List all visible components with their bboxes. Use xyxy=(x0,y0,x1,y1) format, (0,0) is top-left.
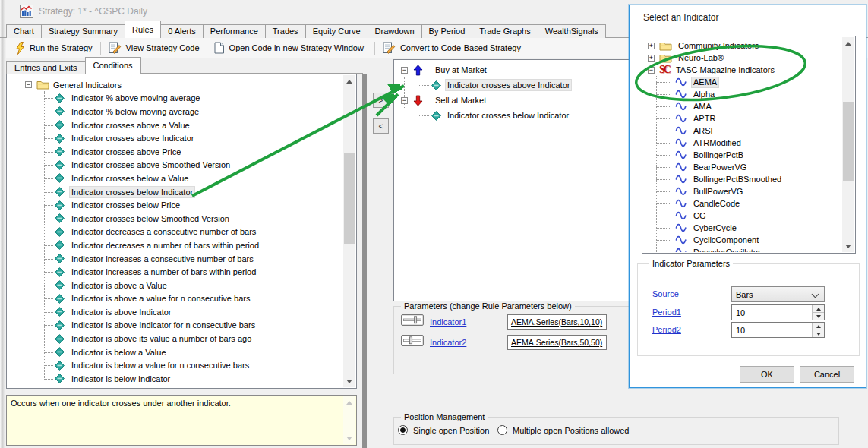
indicator-tree-item[interactable]: SC Neuro-Lab® xyxy=(643,52,842,64)
indicator-tree-item[interactable]: SC CyclicComponent xyxy=(643,234,842,246)
condition-tree-item[interactable]: Indicator is above Indicator xyxy=(8,305,343,319)
indicator-tree-item[interactable]: SC BearPowerVG xyxy=(643,161,842,173)
condition-tree-item[interactable]: Indicator crosses below Smoothed Version xyxy=(8,212,343,226)
scroll-down-button[interactable] xyxy=(842,240,854,252)
indicator-tree-item[interactable]: SC AEMA xyxy=(643,76,842,88)
scrollbar-thumb[interactable] xyxy=(843,102,854,181)
indicator-tree-item[interactable]: SC ATRModified xyxy=(643,137,842,149)
scroll-up-button[interactable] xyxy=(842,37,854,49)
condition-tree-item[interactable]: Indicator increases a consecutive number… xyxy=(8,252,343,266)
condition-tree-item[interactable]: Indicator decreases a consecutive number… xyxy=(8,226,343,239)
condition-tree-item[interactable]: Indicator crosses above a Value xyxy=(8,118,343,132)
panel-splitter[interactable] xyxy=(362,74,367,448)
scroll-up-button[interactable] xyxy=(343,75,355,87)
indicator-tree-item[interactable]: SC AMA xyxy=(643,100,842,112)
spin-up-button[interactable] xyxy=(813,305,824,312)
scroll-down-button[interactable] xyxy=(343,375,355,387)
scrollbar-thumb[interactable] xyxy=(344,153,355,244)
main-tab[interactable]: WealthSignals xyxy=(538,24,606,38)
main-tab[interactable]: Strategy Summary xyxy=(41,24,125,38)
indicator-tree-item[interactable]: SC BullPowerVG xyxy=(643,185,842,197)
main-tab[interactable]: 0 Alerts xyxy=(160,24,204,38)
expand-toggle[interactable] xyxy=(648,55,655,62)
tree-root-general-indicators[interactable]: − General Indicators xyxy=(8,78,343,92)
condition-tree-item[interactable]: Indicator % above moving average xyxy=(8,92,343,106)
condition-tree-item[interactable]: Indicator decreases a number of bars wit… xyxy=(8,238,343,252)
indicator-tree-item[interactable]: SC TASC Magazine Indicators xyxy=(643,64,842,76)
condition-tree-item[interactable]: Indicator is below Indicator xyxy=(8,372,343,386)
indicator-tree-item[interactable]: SC ARSI xyxy=(643,125,842,137)
main-tab[interactable]: Equity Curve xyxy=(305,24,368,38)
condition-tree-item[interactable]: Indicator crosses below Indicator xyxy=(8,185,343,199)
condition-tree-item[interactable]: Indicator % below moving average xyxy=(8,105,343,118)
minimize-button[interactable] xyxy=(765,5,792,30)
cancel-button[interactable]: Cancel xyxy=(800,366,854,383)
main-tab[interactable]: By Period xyxy=(421,24,473,38)
rules-subtab[interactable]: Conditions xyxy=(85,57,141,74)
indicator-tree-item[interactable]: SC CG xyxy=(643,210,842,222)
condition-tree-item[interactable]: Indicator is above a Value xyxy=(8,279,343,292)
period1-spinner[interactable]: 10 xyxy=(731,304,825,320)
main-tab[interactable]: Drawdown xyxy=(368,24,422,38)
spin-up-button[interactable] xyxy=(813,323,824,330)
main-tab[interactable]: Performance xyxy=(203,24,266,38)
close-button[interactable]: ✕ xyxy=(831,5,858,30)
indicator-tree-item[interactable]: SC Alpha xyxy=(643,88,842,100)
collapse-toggle[interactable]: − xyxy=(401,97,408,104)
period2-spinner[interactable]: 10 xyxy=(731,322,825,338)
condition-tree-item[interactable]: Indicator is above a value for n consecu… xyxy=(8,292,343,306)
condition-tree-item[interactable]: Indicator increases a number of bars wit… xyxy=(8,265,343,279)
buy-condition-node[interactable]: Indicator crosses above Indicator xyxy=(395,77,630,93)
remove-condition-button[interactable]: < xyxy=(373,118,389,134)
indicator1-link[interactable]: Indicator1 xyxy=(430,317,466,327)
indicator2-value[interactable]: AEMA.Series(Bars,50,50) xyxy=(507,335,607,350)
rules-subtab[interactable]: Entries and Exits xyxy=(6,61,86,74)
multiple-positions-radio[interactable] xyxy=(497,425,507,435)
indicator1-value[interactable]: AEMA.Series(Bars,10,10) xyxy=(507,314,607,330)
expand-toggle[interactable] xyxy=(648,67,655,74)
collapse-toggle[interactable]: − xyxy=(401,67,408,74)
spin-down-button[interactable] xyxy=(813,312,824,320)
open-code-button[interactable]: Open Code in new Strategy Window xyxy=(210,39,367,56)
main-tab[interactable]: Trade Graphs xyxy=(472,24,538,38)
source-link[interactable]: Source xyxy=(652,289,679,298)
spin-down-button[interactable] xyxy=(813,330,824,337)
view-strategy-code-button[interactable]: View Strategy Code xyxy=(106,39,203,56)
indicator-tree-item[interactable]: SC DecyclerOscillator xyxy=(643,246,842,252)
main-tab[interactable]: Rules xyxy=(125,21,161,38)
maximize-button[interactable] xyxy=(797,5,824,30)
indicator-tree-item[interactable]: SC BollingerPctB xyxy=(643,149,842,161)
indicator-tree-scrollbar[interactable] xyxy=(842,37,854,252)
indicator2-link[interactable]: Indicator2 xyxy=(430,338,466,347)
condition-tree-item[interactable]: Indicator crosses above Price xyxy=(8,145,343,159)
collapse-toggle[interactable]: − xyxy=(25,81,32,88)
condition-tree-item[interactable]: Indicator crosses above Smoothed Version xyxy=(8,159,343,172)
conditions-scrollbar[interactable] xyxy=(343,75,355,387)
condition-tree-item[interactable]: Indicator crosses below a Value xyxy=(8,172,343,185)
condition-tree-item[interactable]: Indicator is below a value for n consecu… xyxy=(8,358,343,372)
expand-toggle[interactable] xyxy=(648,43,655,49)
period1-link[interactable]: Period1 xyxy=(652,308,681,317)
period2-link[interactable]: Period2 xyxy=(652,325,681,334)
main-tab[interactable]: Trades xyxy=(265,24,306,38)
source-combobox[interactable]: Bars xyxy=(731,286,825,302)
indicator-tree-item[interactable]: SC Community Indicators xyxy=(643,39,842,52)
condition-tree-item[interactable]: Indicator crosses below Price xyxy=(8,198,343,212)
buy-at-market-node[interactable]: − Buy at Market xyxy=(395,62,630,77)
condition-tree-item[interactable]: Indicator is above its value a number of… xyxy=(8,332,343,345)
indicator-tree-item[interactable]: SC APTR xyxy=(643,112,842,125)
sell-at-market-node[interactable]: − Sell at Market xyxy=(395,93,630,108)
condition-tree-item[interactable]: Indicator is below a Value xyxy=(8,345,343,359)
run-strategy-button[interactable]: Run the Strategy xyxy=(12,39,96,56)
main-tab[interactable]: Chart xyxy=(6,24,42,38)
sell-condition-node[interactable]: Indicator crosses below Indicator xyxy=(395,108,630,123)
indicator-tree-item[interactable]: SC CandleCode xyxy=(643,197,842,210)
convert-strategy-button[interactable]: Convert to Code-Based Strategy xyxy=(380,39,524,56)
indicator-tree-item[interactable]: SC CyberCycle xyxy=(643,222,842,234)
single-position-radio[interactable] xyxy=(398,425,408,435)
condition-tree-item[interactable]: Indicator crosses above Indicator xyxy=(8,131,343,145)
condition-tree-item[interactable]: Indicator is above Indicator for n conse… xyxy=(8,319,343,333)
add-condition-button[interactable]: > xyxy=(373,93,389,108)
ok-button[interactable]: OK xyxy=(740,366,794,383)
indicator-tree-item[interactable]: SC BollingerPctBSmoothed xyxy=(643,173,842,185)
